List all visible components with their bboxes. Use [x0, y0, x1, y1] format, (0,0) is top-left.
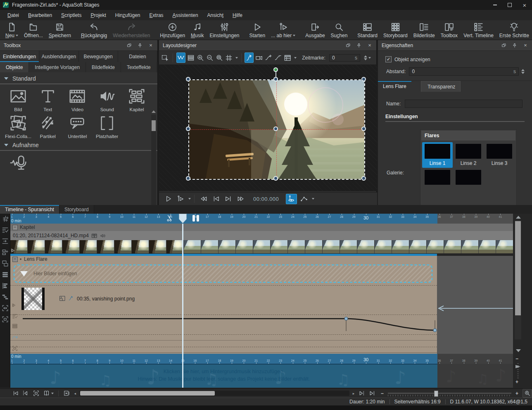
curve-select-tool[interactable] — [176, 52, 185, 63]
zeitmarke-input[interactable]: 0s — [329, 54, 360, 62]
tab-bewegungen[interactable]: Bewegungen — [79, 51, 118, 62]
fit-project-button[interactable] — [32, 389, 40, 397]
layers-tool[interactable] — [187, 52, 195, 63]
tab-dateien[interactable]: Dateien — [118, 51, 157, 62]
tab-bildeffekte[interactable]: Bildeffekte — [86, 62, 121, 72]
animation-subtracks[interactable] — [10, 312, 437, 354]
starten-button[interactable]: Starten — [246, 21, 268, 39]
rewind-button[interactable] — [198, 194, 209, 204]
vertical-zoom-plus-icon[interactable]: + — [515, 379, 518, 385]
skip-selection-button[interactable] — [358, 389, 366, 397]
gallery-item-flare[interactable] — [422, 168, 453, 186]
timeline-ruler[interactable]: 0 min12345678910111213141516171819202122… — [10, 214, 513, 224]
zoom-out[interactable] — [206, 52, 214, 63]
lensflare-track-header[interactable]: − Lens Flare — [10, 256, 437, 262]
menu-item-hinzufgen[interactable]: Hinzufügen — [111, 11, 145, 19]
tab-texteffekte[interactable]: Texteffekte — [121, 62, 157, 72]
section-header-standard[interactable]: Standard — [0, 72, 157, 84]
zoom-in[interactable] — [196, 52, 204, 63]
gallery-item-linse-2[interactable]: Linse 2 — [453, 142, 484, 168]
speichern-button[interactable]: Speichern — [46, 21, 74, 39]
timeline-vertical-scrollbar[interactable] — [515, 220, 521, 339]
musik-button[interactable]: Musik — [188, 21, 207, 39]
close-panel-icon[interactable]: × — [367, 43, 373, 48]
bilderliste-button[interactable]: Bilderliste — [411, 21, 438, 39]
image-object-thumbnail[interactable] — [21, 288, 45, 310]
collapse-triangle-icon[interactable] — [4, 77, 8, 80]
abstand-spinner[interactable] — [521, 69, 525, 74]
show-object-checkbox-row[interactable]: ✓ Objekt anzeigen — [385, 56, 430, 62]
resize-handle-n[interactable] — [273, 77, 278, 81]
tab-ausblendungen[interactable]: Ausblendungen — [39, 51, 78, 62]
pause-marker-left[interactable] — [192, 215, 195, 222]
chevron-down-icon[interactable] — [293, 35, 295, 36]
add-curve-point[interactable] — [264, 52, 273, 63]
image-object-row[interactable]: 00:35, vanishing point.png — [10, 286, 437, 312]
einstellungen-button[interactable]: Einstellungen — [207, 21, 242, 39]
toolbox-item-aufnahme[interactable] — [3, 153, 33, 172]
float-panel-icon[interactable] — [126, 43, 132, 48]
tab-storyboard[interactable]: Storyboard — [59, 205, 94, 214]
menu-item-ansicht[interactable]: Ansicht — [203, 11, 228, 19]
collapse-track-icon[interactable]: − — [12, 225, 18, 230]
timeline-horizontal-scrollbar[interactable] — [79, 391, 349, 396]
zeitmarke-spinner[interactable] — [364, 55, 367, 60]
öffnen...-button[interactable]: Öffnen... — [21, 21, 46, 39]
resize-handle-se[interactable] — [361, 176, 366, 181]
menu-item-scriptlets[interactable]: Scriptlets — [57, 11, 86, 19]
video-track-expander[interactable] — [10, 240, 19, 253]
fit-object-tool[interactable] — [1, 315, 9, 324]
background-music-track[interactable]: Klicken Sie hier, um Hintergrundmusik hi… — [10, 364, 437, 388]
toolbox-item-sound[interactable]: Sound — [92, 87, 122, 112]
video-filmstrip[interactable] — [10, 240, 513, 253]
float-panel-icon[interactable] — [501, 43, 507, 48]
menu-item-datei[interactable]: Datei — [3, 11, 23, 19]
toolbox-item-partikel[interactable]: Partikel — [33, 114, 63, 139]
close-panel-icon[interactable]: × — [148, 43, 154, 48]
select-tool[interactable] — [161, 52, 169, 63]
float-panel-icon[interactable] — [345, 43, 351, 48]
duplicate-track-tool[interactable] — [1, 260, 9, 269]
gallery-item-flare[interactable] — [453, 168, 484, 186]
insert-track-tool[interactable] — [1, 237, 9, 246]
tab-transparenz[interactable]: Transparenz — [421, 81, 461, 92]
toolbox-item-kapitel[interactable]: Kapitel — [122, 87, 152, 112]
play-from-here-button[interactable] — [175, 194, 186, 204]
add-track-tool[interactable] — [1, 248, 9, 257]
name-input[interactable] — [405, 100, 522, 108]
gallery-item-linse-1[interactable]: Linse 1 — [422, 142, 453, 168]
resize-handle-e[interactable] — [361, 126, 366, 131]
standard-button[interactable]: Standard — [354, 21, 380, 39]
pages-button[interactable] — [42, 389, 55, 397]
chevron-down-icon[interactable] — [312, 198, 314, 200]
scroll-down-icon[interactable] — [516, 349, 521, 352]
remove-curve-point[interactable] — [274, 52, 282, 63]
skip-to-start-button[interactable] — [11, 389, 20, 397]
track-apply-tool[interactable] — [1, 226, 9, 235]
resize-handle-sw[interactable] — [186, 176, 190, 181]
menu-item-assistenten[interactable]: Assistenten — [169, 11, 202, 19]
vertical-zoom-minus-icon[interactable]: − — [515, 356, 518, 362]
toolbox-item-untertitel[interactable]: Untertitel — [63, 114, 93, 139]
chevron-down-icon[interactable] — [16, 35, 18, 36]
chevron-down-icon[interactable] — [235, 57, 238, 59]
rückgängig-button[interactable]: Rückgängig — [78, 21, 110, 39]
scroll-up-icon[interactable] — [516, 216, 521, 219]
toolbar-overflow-icon[interactable] — [368, 57, 371, 59]
previous-object-button[interactable] — [210, 194, 221, 204]
split-scissors-icon[interactable] — [166, 214, 173, 222]
grid-options[interactable] — [225, 52, 233, 63]
collapse-triangle-icon[interactable] — [4, 144, 8, 146]
chevron-down-icon[interactable] — [188, 198, 191, 200]
live-preview-toggle[interactable] — [286, 194, 297, 204]
abstand-input[interactable]: 0 s — [409, 67, 519, 76]
minimize-button[interactable] — [487, 0, 502, 10]
menu-item-hilfe[interactable]: Hilfe — [228, 11, 247, 19]
rotation-handle[interactable] — [273, 67, 278, 72]
gallery-item-linse-3[interactable]: Linse 3 — [484, 142, 515, 168]
play-button[interactable] — [162, 194, 173, 204]
image-drop-area[interactable]: Hier Bilder einfügen — [14, 265, 432, 283]
ausgabe-button[interactable]: Ausgabe — [302, 21, 328, 39]
checkbox-checked-icon[interactable]: ✓ — [385, 56, 392, 62]
resize-handle-ne[interactable] — [361, 77, 366, 81]
